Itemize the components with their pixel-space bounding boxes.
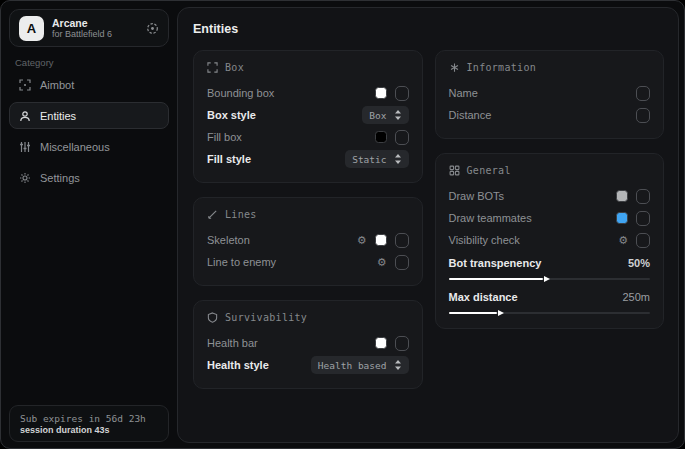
gear-icon[interactable]: ⚙ — [357, 235, 367, 246]
color-swatch[interactable] — [375, 337, 387, 349]
color-swatch[interactable] — [375, 131, 387, 143]
asterisk-icon — [449, 62, 460, 73]
brand-card: A Arcane for Battlefield 6 — [9, 9, 169, 47]
slider-fill[interactable] — [449, 278, 544, 280]
setting-label: Distance — [449, 109, 492, 121]
sidebar-item-label: Entities — [40, 110, 76, 122]
toggle-checkbox[interactable] — [395, 130, 409, 145]
color-swatch[interactable] — [375, 87, 387, 99]
color-swatch[interactable] — [616, 190, 628, 202]
sidebar-item-aimbot[interactable]: Aimbot — [9, 71, 169, 98]
gear-icon[interactable]: ⚙ — [618, 235, 628, 246]
slider-track[interactable] — [449, 312, 651, 314]
card-general: General Draw BOTs Draw teammates — [435, 153, 665, 329]
slider-bot-transparency: Bot transpenency 50% — [449, 255, 651, 280]
box-style-dropdown[interactable]: Box — [362, 106, 408, 124]
chevron-updown-icon — [394, 110, 402, 120]
setting-row-health-style: Health style Health based — [207, 354, 409, 376]
right-column: Information Name Distance — [435, 50, 665, 389]
health-style-dropdown[interactable]: Health based — [311, 356, 409, 374]
dropdown-value: Health based — [318, 360, 387, 371]
setting-label: Max distance — [449, 291, 518, 303]
sub-expiry-text: Sub expires in 56d 23h — [20, 413, 158, 424]
card-survivability-header: Survivability — [207, 312, 409, 323]
session-duration-text: session duration 43s — [20, 425, 158, 435]
setting-row-name: Name — [449, 82, 651, 104]
cards-columns: Box Bounding box Box style Box — [193, 50, 664, 389]
brand-logo: A — [19, 16, 44, 41]
sidebar-item-label: Miscellaneous — [40, 141, 110, 153]
setting-row-health-bar: Health bar — [207, 332, 409, 354]
status-ring-icon[interactable] — [146, 22, 159, 35]
toggle-checkbox[interactable] — [636, 189, 650, 204]
toggle-checkbox[interactable] — [636, 86, 650, 101]
card-general-header: General — [449, 165, 651, 176]
category-label: Category — [15, 57, 54, 68]
sidebar: A Arcane for Battlefield 6 Category — [1, 1, 177, 448]
sidebar-item-settings[interactable]: Settings — [9, 164, 169, 191]
setting-label: Fill style — [207, 153, 251, 165]
card-information: Information Name Distance — [435, 50, 665, 139]
brand-name: Arcane — [52, 17, 138, 29]
line-icon — [207, 209, 218, 220]
setting-label: Skeleton — [207, 234, 250, 246]
card-box-header: Box — [207, 62, 409, 73]
toggle-checkbox[interactable] — [395, 86, 409, 101]
setting-row-box-style: Box style Box — [207, 104, 409, 126]
setting-label: Box style — [207, 109, 256, 121]
card-title: Survivability — [225, 312, 307, 323]
toggle-checkbox[interactable] — [636, 211, 650, 226]
setting-row-bounding-box: Bounding box — [207, 82, 409, 104]
card-title: Lines — [225, 209, 257, 220]
setting-row-draw-bots: Draw BOTs — [449, 185, 651, 207]
sidebar-item-label: Settings — [40, 172, 80, 184]
left-column: Box Bounding box Box style Box — [193, 50, 423, 389]
setting-label: Fill box — [207, 131, 242, 143]
gear-icon[interactable]: ⚙ — [377, 257, 387, 268]
color-swatch[interactable] — [616, 212, 628, 224]
setting-label: Name — [449, 87, 478, 99]
page-title: Entities — [193, 22, 664, 36]
card-lines: Lines Skeleton ⚙ Line to enemy ⚙ — [193, 197, 423, 286]
entities-icon — [19, 110, 31, 122]
fill-style-dropdown[interactable]: Static — [345, 150, 408, 168]
toggle-checkbox[interactable] — [395, 233, 409, 248]
setting-row-line-to-enemy: Line to enemy ⚙ — [207, 251, 409, 273]
toggle-checkbox[interactable] — [395, 255, 409, 270]
toggle-checkbox[interactable] — [636, 233, 650, 248]
slider-fill[interactable] — [449, 312, 497, 314]
card-title: Information — [467, 62, 537, 73]
sidebar-item-miscellaneous[interactable]: Miscellaneous — [9, 133, 169, 160]
bounding-box-icon — [207, 62, 218, 73]
slider-value: 50% — [628, 257, 650, 269]
gear-icon — [19, 172, 31, 184]
toggle-checkbox[interactable] — [395, 336, 409, 351]
main-panel: Entities Box Bounding box — [177, 7, 679, 443]
shield-icon — [207, 312, 218, 323]
sliders-icon — [19, 141, 31, 153]
setting-row-fill-box: Fill box — [207, 126, 409, 148]
card-survivability: Survivability Health bar Health style He… — [193, 300, 423, 389]
crosshair-icon — [19, 79, 31, 91]
setting-label: Visibility check — [449, 234, 520, 246]
sidebar-nav: Aimbot Entities Miscella — [9, 71, 169, 191]
setting-label: Health style — [207, 359, 269, 371]
slider-max-distance: Max distance 250m — [449, 289, 651, 314]
slider-value: 250m — [622, 291, 650, 303]
setting-label: Draw teammates — [449, 212, 532, 224]
card-title: Box — [225, 62, 244, 73]
sidebar-item-entities[interactable]: Entities — [9, 102, 169, 129]
setting-label: Health bar — [207, 337, 258, 349]
subscription-info-card: Sub expires in 56d 23h session duration … — [9, 405, 169, 442]
chevron-updown-icon — [394, 154, 402, 164]
setting-row-draw-teammates: Draw teammates — [449, 207, 651, 229]
dropdown-value: Box — [369, 110, 386, 121]
toggle-checkbox[interactable] — [636, 108, 650, 123]
setting-label: Line to enemy — [207, 256, 276, 268]
app-window: A Arcane for Battlefield 6 Category — [0, 0, 685, 449]
card-information-header: Information — [449, 62, 651, 73]
color-swatch[interactable] — [375, 234, 387, 246]
setting-label: Bounding box — [207, 87, 274, 99]
slider-track[interactable] — [449, 278, 651, 280]
card-lines-header: Lines — [207, 209, 409, 220]
